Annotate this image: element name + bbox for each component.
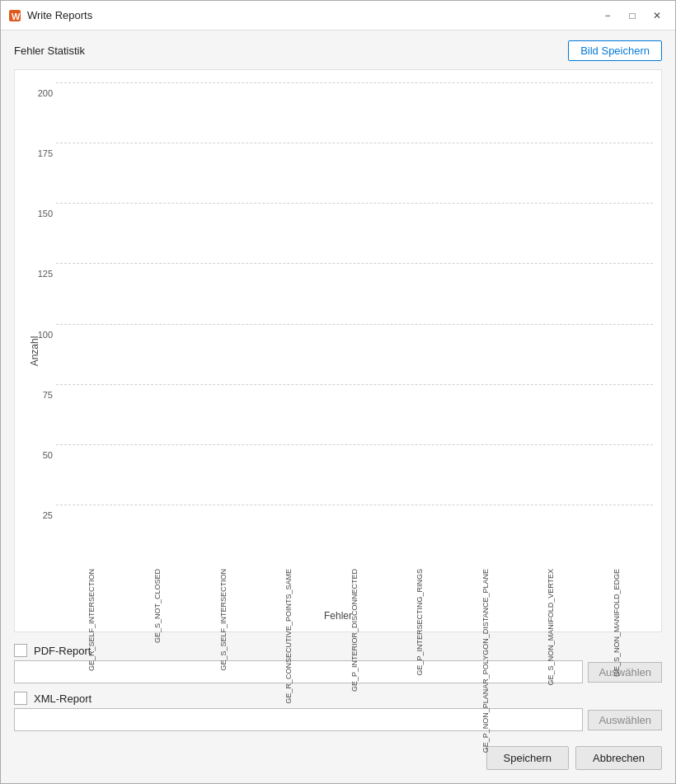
y-tick-label: 150: [38, 209, 53, 218]
content-area: Fehler Statistik Bild Speichern Anzahl F…: [1, 31, 675, 783]
window-controls: − □ ✕: [596, 7, 669, 25]
pdf-checkbox[interactable]: [14, 644, 27, 657]
y-tick-label: 50: [43, 450, 53, 460]
x-label-item: GE_R_CONSECUTIVE_POINTS_SAME: [256, 569, 322, 704]
x-labels-row: GE_R_SELF_INTERSECTIONGE_S_NOT_CLOSEDGE_…: [56, 569, 653, 618]
x-label-text: GE_R_SELF_INTERSECTION: [87, 569, 96, 671]
bild-speichern-button[interactable]: Bild Speichern: [568, 40, 662, 61]
x-label-text: GE_S_NOT_CLOSED: [153, 569, 162, 643]
xml-input-row: Auswählen: [14, 708, 662, 731]
x-label-item: GE_R_SELF_INTERSECTION: [59, 569, 125, 671]
xml-label-row: XML-Report: [14, 692, 662, 705]
window-title: Write Reports: [27, 9, 596, 21]
x-label-item: GE_S_NOT_CLOSED: [125, 569, 191, 643]
x-label-item: GE_S_NON_MANIFOLD_VERTEX: [519, 569, 584, 685]
minimize-button[interactable]: −: [596, 7, 619, 25]
x-label-text: GE_S_NON_MANIFOLD_EDGE: [613, 569, 622, 677]
app-icon: W: [7, 8, 22, 23]
y-tick-label: 75: [43, 390, 53, 400]
x-label-text: GE_S_SELF_INTERSECTION: [219, 569, 228, 671]
bars-row: [56, 83, 653, 566]
fehler-statistik-label: Fehler Statistik: [14, 45, 85, 57]
action-row: Speichern Abbrechen: [14, 746, 662, 773]
close-button[interactable]: ✕: [645, 7, 669, 25]
xml-report-row: XML-Report Auswählen: [14, 692, 662, 731]
x-label-item: GE_P_NON_PLANAR_POLYGON_DISTANCE_PLANE: [453, 569, 519, 753]
chart-area: 255075100125150175200: [56, 83, 653, 566]
y-axis-label: Anzahl: [29, 336, 40, 366]
main-window: W Write Reports − □ ✕ Fehler Statistik B…: [0, 0, 676, 784]
svg-text:W: W: [12, 12, 21, 21]
chart-container: Anzahl Fehler 255075100125150175200 GE_R…: [14, 69, 662, 632]
x-label-text: GE_P_INTERIOR_DISCONNECTED: [350, 569, 359, 692]
title-bar: W Write Reports − □ ✕: [1, 1, 675, 31]
abbrechen-button[interactable]: Abbrechen: [575, 746, 662, 770]
xml-report-label: XML-Report: [34, 692, 92, 705]
x-label-text: GE_S_NON_MANIFOLD_VERTEX: [547, 569, 556, 685]
x-label-item: GE_S_NON_MANIFOLD_EDGE: [584, 569, 650, 677]
y-tick-label: 125: [38, 269, 53, 279]
x-label-text: GE_P_INTERSECTING_RINGS: [415, 569, 425, 676]
x-label-text: GE_R_CONSECUTIVE_POINTS_SAME: [284, 569, 293, 704]
y-tick-label: 25: [43, 510, 53, 520]
x-label-item: GE_P_INTERIOR_DISCONNECTED: [322, 569, 387, 692]
x-label-item: GE_P_INTERSECTING_RINGS: [387, 569, 453, 676]
y-tick-label: 100: [38, 330, 53, 340]
xml-auswaehlen-button[interactable]: Auswählen: [588, 710, 662, 730]
header-row: Fehler Statistik Bild Speichern: [14, 40, 662, 61]
y-tick-label: 200: [38, 88, 53, 98]
x-label-text: GE_P_NON_PLANAR_POLYGON_DISTANCE_PLANE: [481, 569, 491, 753]
xml-checkbox[interactable]: [14, 692, 27, 705]
maximize-button[interactable]: □: [621, 7, 644, 25]
x-label-item: GE_S_SELF_INTERSECTION: [190, 569, 256, 671]
y-tick-label: 175: [38, 148, 53, 158]
